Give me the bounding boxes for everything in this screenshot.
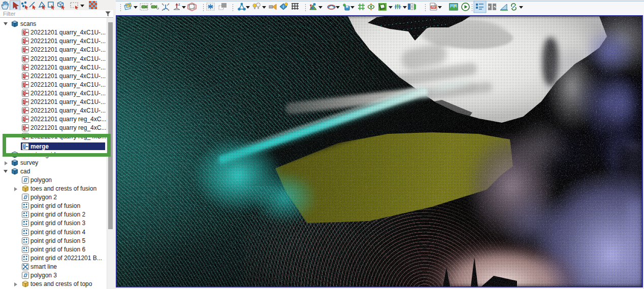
svg-text:PDF: PDF xyxy=(431,6,436,9)
svg-text:z: z xyxy=(178,3,180,6)
